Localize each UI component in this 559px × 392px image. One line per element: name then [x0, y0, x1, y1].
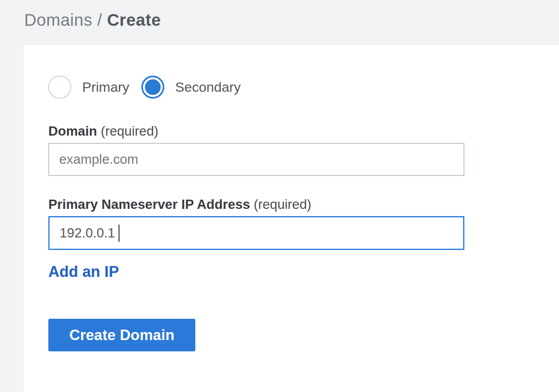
- breadcrumb-create: Create: [107, 10, 161, 29]
- breadcrumb-domains[interactable]: Domains: [24, 10, 92, 29]
- domain-label-required: (required): [101, 124, 158, 138]
- create-domain-panel: Primary Secondary Domain (required) Prim…: [24, 45, 559, 392]
- domain-type-radio-group: Primary Secondary: [48, 76, 559, 99]
- secondary-radio-option[interactable]: Secondary: [141, 76, 241, 99]
- radio-selected-dot: [145, 79, 161, 95]
- breadcrumb-separator: /: [97, 10, 102, 29]
- ip-label-required: (required): [254, 197, 311, 212]
- add-ip-link[interactable]: Add an IP: [48, 263, 119, 281]
- domain-field-label: Domain (required): [48, 124, 559, 139]
- domain-label-text: Domain: [48, 124, 97, 138]
- primary-nameserver-ip-input[interactable]: [48, 216, 464, 250]
- primary-radio-label: Primary: [82, 79, 129, 95]
- domain-input[interactable]: [48, 143, 464, 176]
- ip-label-text: Primary Nameserver IP Address: [48, 197, 250, 212]
- create-domain-button[interactable]: Create Domain: [48, 319, 195, 351]
- ip-input-wrap: [48, 216, 464, 250]
- primary-radio-option[interactable]: Primary: [48, 76, 129, 99]
- secondary-radio-label: Secondary: [175, 79, 241, 95]
- domain-input-wrap: [48, 143, 464, 176]
- text-cursor: [118, 225, 120, 242]
- primary-radio-button[interactable]: [48, 76, 71, 99]
- secondary-radio-button[interactable]: [141, 76, 164, 99]
- ip-field-label: Primary Nameserver IP Address (required): [48, 197, 559, 212]
- breadcrumb: Domains / Create: [24, 10, 161, 30]
